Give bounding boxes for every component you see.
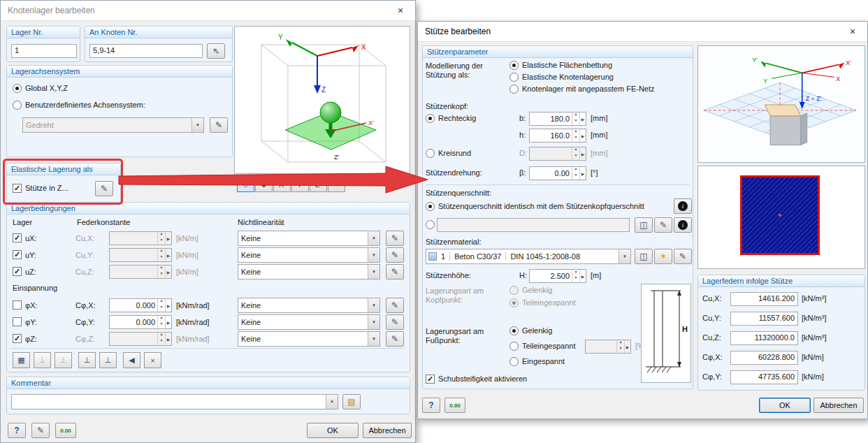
spinner-expand-icon[interactable] <box>579 147 586 160</box>
knotenlagerung-radio[interactable] <box>509 73 519 82</box>
uz-checkbox[interactable] <box>13 267 22 276</box>
custom-axes-radio[interactable] <box>13 101 22 110</box>
nonlinearity-select[interactable]: Keine <box>238 331 380 347</box>
units-button[interactable]: 0.00 <box>444 398 465 413</box>
spinner-expand-icon[interactable] <box>579 129 586 142</box>
close-icon[interactable]: × <box>386 1 415 21</box>
spinner-arrows-icon[interactable] <box>157 333 165 345</box>
spinner-arrows-icon[interactable] <box>572 167 579 180</box>
preset-support-rigid-button[interactable]: ⊥ <box>34 352 51 368</box>
querschnitt-custom-radio[interactable] <box>426 220 435 229</box>
kreisrund-radio[interactable] <box>426 149 435 158</box>
spinner-arrows-icon[interactable] <box>572 129 579 142</box>
ok-button[interactable]: OK <box>307 423 359 438</box>
spinner-expand-icon[interactable] <box>579 112 586 125</box>
kopf-teileingespannt-radio[interactable] <box>509 298 519 307</box>
spinner-arrows-icon[interactable] <box>157 316 165 328</box>
phix-checkbox[interactable] <box>13 300 22 310</box>
nonlinearity-edit-button[interactable]: ✎ <box>386 298 404 313</box>
querschnitt-custom-info-button[interactable]: i <box>674 217 692 233</box>
nonlinearity-edit-button[interactable]: ✎ <box>386 314 404 330</box>
rotated-axes-select[interactable]: Gedreht <box>22 117 204 133</box>
material-select[interactable]: 1 Beton C30/37 DIN 1045-1:2008-08 <box>426 249 631 264</box>
cancel-button[interactable]: Abbrechen <box>813 398 864 413</box>
querschnitt-library-button[interactable]: ◫ <box>635 217 653 233</box>
fe-netz-radio[interactable] <box>509 85 519 94</box>
material-edit-button[interactable]: ✎ <box>674 249 692 264</box>
preset-support-sliding-y-button[interactable]: ⊥ <box>99 352 117 368</box>
spring-constant-input[interactable]: 0.000 <box>109 298 172 312</box>
spinner-arrows-icon[interactable] <box>157 232 165 245</box>
kopf-gelenkig-radio[interactable] <box>509 286 519 295</box>
schubsteifigkeit-checkbox[interactable] <box>426 375 435 384</box>
nonlinearity-select[interactable]: Keine <box>238 298 380 313</box>
material-new-button[interactable]: ✶ <box>654 249 672 264</box>
rechteckig-radio[interactable] <box>426 114 435 123</box>
edit-note-button[interactable]: ✎ <box>31 423 50 438</box>
nonlinearity-select[interactable]: Keine <box>238 231 380 246</box>
kommentar-browse-button[interactable]: ▤ <box>342 394 361 409</box>
spinner-arrows-icon[interactable] <box>572 112 579 125</box>
spinner-expand-icon[interactable] <box>165 232 171 245</box>
spinner-arrows-icon[interactable] <box>157 299 165 312</box>
preview-view-button-4[interactable]: Y' <box>291 176 309 192</box>
querschnitt-edit-button[interactable]: ✎ <box>654 217 672 233</box>
rotated-axes-edit-button[interactable]: ✎ <box>210 117 228 133</box>
knoten-nr-input[interactable]: 5,9-14 <box>89 44 203 58</box>
spring-constant-input[interactable] <box>109 332 172 346</box>
spinner-arrows-icon[interactable] <box>157 266 165 278</box>
spring-constant-input[interactable] <box>109 248 172 262</box>
units-button[interactable]: 0.00 <box>55 423 76 438</box>
close-icon[interactable]: × <box>838 22 867 42</box>
nonlinearity-edit-button[interactable]: ✎ <box>386 231 404 246</box>
stuetze-in-z-checkbox[interactable] <box>13 184 22 193</box>
nonlinearity-edit-button[interactable]: ✎ <box>386 264 404 279</box>
preset-support-free-button[interactable]: ◀ <box>123 352 140 368</box>
pick-nodes-button[interactable]: ⇖ <box>207 43 225 59</box>
material-library-button[interactable]: ◫ <box>635 249 653 264</box>
nonlinearity-edit-button[interactable]: ✎ <box>386 331 404 347</box>
spinner-arrows-icon[interactable] <box>157 249 165 261</box>
spinner-arrows-icon[interactable] <box>572 147 579 160</box>
h-input[interactable]: 160.0 <box>529 129 586 143</box>
spinner-expand-icon[interactable] <box>165 299 171 312</box>
spring-constant-input[interactable]: 0.000 <box>109 315 172 329</box>
spinner-expand-icon[interactable] <box>579 167 586 180</box>
nonlinearity-edit-button[interactable]: ✎ <box>386 247 404 263</box>
spinner-expand-icon[interactable] <box>624 340 630 353</box>
spinner-expand-icon[interactable] <box>165 316 171 328</box>
ok-button[interactable]: OK <box>759 398 811 413</box>
kommentar-select[interactable] <box>11 394 338 409</box>
preview-view-button-2[interactable]: ◆ <box>255 176 273 192</box>
querschnitt-custom-input[interactable] <box>437 218 630 232</box>
spinner-arrows-icon[interactable] <box>616 340 624 353</box>
preset-support-sliding-button[interactable]: ⊥ <box>55 352 72 368</box>
cancel-button[interactable]: Abbrechen <box>363 423 412 438</box>
ux-checkbox[interactable] <box>13 233 22 242</box>
d-input[interactable] <box>529 147 586 161</box>
phiz-checkbox[interactable] <box>13 334 22 343</box>
hoehe-input[interactable]: 2.500 <box>529 269 586 283</box>
preview-view-button-5[interactable]: Z' <box>310 176 327 192</box>
help-button[interactable]: ? <box>422 398 440 413</box>
preview-view-button-3[interactable]: X' <box>273 176 291 192</box>
b-input[interactable]: 180.0 <box>529 112 586 126</box>
flaechenbettung-radio[interactable] <box>509 61 519 70</box>
uy-checkbox[interactable] <box>13 250 22 259</box>
querschnitt-identisch-radio[interactable] <box>426 202 435 211</box>
spinner-arrows-icon[interactable] <box>572 270 579 282</box>
preset-support-delete-button[interactable]: × <box>144 352 161 368</box>
lager-nr-input[interactable]: 1 <box>11 44 77 58</box>
spinner-expand-icon[interactable] <box>165 333 171 345</box>
spinner-expand-icon[interactable] <box>579 270 586 282</box>
preview-view-button-1[interactable]: ◇ <box>237 176 254 192</box>
fuss-teileingespannt-radio[interactable] <box>509 342 519 351</box>
nonlinearity-select[interactable]: Keine <box>238 247 380 263</box>
global-xyz-radio[interactable] <box>13 84 22 93</box>
nonlinearity-select[interactable]: Keine <box>238 264 380 279</box>
nonlinearity-select[interactable]: Keine <box>238 314 380 330</box>
teileingespannt-percent-input[interactable] <box>585 340 631 354</box>
help-button[interactable]: ? <box>8 423 26 438</box>
preset-support-hinged-button[interactable]: ▦ <box>13 352 30 368</box>
beta-input[interactable]: 0.00 <box>529 166 586 180</box>
